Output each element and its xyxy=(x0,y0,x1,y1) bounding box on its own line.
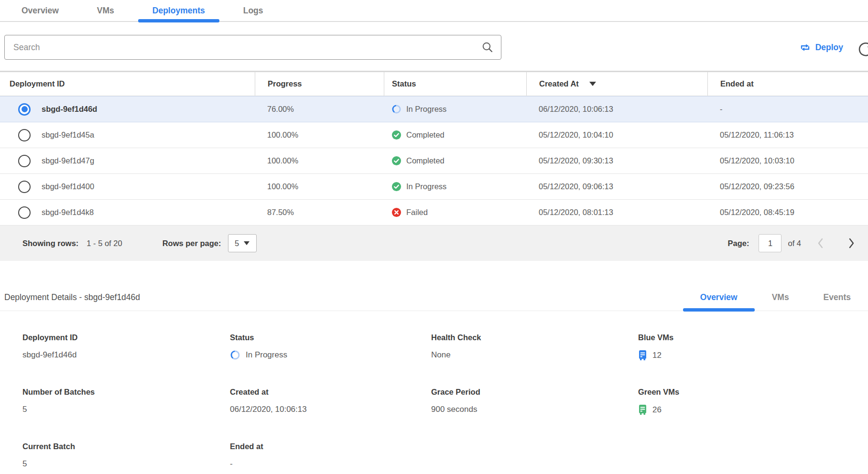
field-blue-vms: Blue VMs 12 xyxy=(638,333,868,361)
ended-at-value: 05/12/2020, 08:45:19 xyxy=(707,208,868,217)
details-title: Deployment Details - sbgd-9ef1d46d xyxy=(4,292,140,302)
search-icon[interactable] xyxy=(481,41,494,54)
created-at-value: 05/12/2020, 09:06:13 xyxy=(526,182,707,191)
toolbar: Deploy xyxy=(0,35,868,60)
page-label: Page: xyxy=(728,239,749,248)
tab-deployments[interactable]: Deployments xyxy=(138,0,219,22)
table-row[interactable]: sbgd-9ef1d47g 100.00% Completed 05/12/20… xyxy=(0,148,868,174)
cross-icon xyxy=(391,207,401,217)
details-grid: Deployment ID sbgd-9ef1d46d Status In Pr… xyxy=(0,311,868,474)
created-at-value: 05/12/2020, 10:04:10 xyxy=(526,130,707,140)
showing-rows-value: 1 - 5 of 20 xyxy=(87,239,122,248)
col-header-deployment-id[interactable]: Deployment ID xyxy=(0,72,255,96)
field-created-at: Created at 06/12/2020, 10:06:13 xyxy=(230,388,431,415)
tab-logs[interactable]: Logs xyxy=(229,0,278,22)
row-radio-selected[interactable] xyxy=(18,103,31,116)
field-grace-period: Grace Period 900 seconds xyxy=(431,388,638,415)
table-header-row: Deployment ID Progress Status Created At… xyxy=(0,72,868,96)
status-label: Failed xyxy=(406,208,428,217)
table-row[interactable]: sbgd-9ef1d45a 100.00% Completed 05/12/20… xyxy=(0,122,868,148)
ended-at-value: 05/12/2020, 11:06:13 xyxy=(707,130,868,140)
vm-icon xyxy=(638,350,647,361)
page-total: of 4 xyxy=(788,239,801,248)
table-footer: Showing rows: 1 - 5 of 20 Rows per page:… xyxy=(0,226,868,261)
details-tab-events[interactable]: Events xyxy=(806,284,868,311)
row-radio[interactable] xyxy=(18,181,31,193)
details-tab-vms[interactable]: VMs xyxy=(755,284,806,311)
row-radio[interactable] xyxy=(18,129,31,141)
swap-arrows-icon xyxy=(800,43,811,52)
check-icon xyxy=(391,156,401,166)
ended-at-value: - xyxy=(707,105,868,114)
main-tab-bar: Overview VMs Deployments Logs xyxy=(0,0,868,22)
details-header: Deployment Details - sbgd-9ef1d46d Overv… xyxy=(0,284,868,311)
progress-value: 100.00% xyxy=(255,182,384,191)
deployment-id: sbgd-9ef1d45a xyxy=(42,130,94,140)
deploy-button-label: Deploy xyxy=(815,43,843,53)
dropdown-arrow-icon xyxy=(244,241,250,245)
field-green-vms: Green VMs 26 xyxy=(638,388,868,415)
col-header-progress[interactable]: Progress xyxy=(255,72,384,96)
deployment-id: sbgd-9ef1d46d xyxy=(42,105,97,114)
field-current-batch: Current Batch 5 xyxy=(22,442,230,469)
col-header-ended-at[interactable]: Ended at xyxy=(707,72,868,96)
table-row[interactable]: sbgd-9ef1d46d 76.00% In Progress 06/12/2… xyxy=(0,96,868,122)
row-radio[interactable] xyxy=(18,155,31,167)
field-ended-at: Ended at - xyxy=(230,442,431,469)
row-radio[interactable] xyxy=(18,206,31,219)
ended-at-value: 05/12/2020, 10:03:10 xyxy=(707,156,868,165)
field-deployment-id: Deployment ID sbgd-9ef1d46d xyxy=(22,333,230,361)
progress-value: 87.50% xyxy=(255,208,384,217)
status-label: Completed xyxy=(406,130,445,140)
table-row[interactable]: sbgd-9ef1d4k8 87.50% Failed 05/12/2020, … xyxy=(0,200,868,226)
sort-desc-icon[interactable] xyxy=(589,82,596,86)
showing-rows-label: Showing rows: xyxy=(22,239,78,248)
deploy-button[interactable]: Deploy xyxy=(800,43,843,53)
refresh-icon[interactable] xyxy=(857,41,868,57)
col-header-status[interactable]: Status xyxy=(384,72,526,96)
status-label: In Progress xyxy=(406,182,446,191)
progress-value: 100.00% xyxy=(255,130,384,140)
check-icon xyxy=(391,182,401,192)
status-label: In Progress xyxy=(406,105,446,114)
table-row[interactable]: sbgd-9ef1d400 100.00% In Progress 05/12/… xyxy=(0,174,868,200)
search-input[interactable] xyxy=(4,35,501,60)
field-status: Status In Progress xyxy=(230,333,431,361)
created-at-value: 06/12/2020, 10:06:13 xyxy=(526,105,707,114)
chevron-right-icon[interactable] xyxy=(848,237,856,249)
details-tab-overview[interactable]: Overview xyxy=(683,284,755,311)
progress-value: 76.00% xyxy=(255,105,384,114)
deployment-id: sbgd-9ef1d400 xyxy=(42,182,94,191)
vm-icon xyxy=(638,404,647,415)
created-at-value: 05/12/2020, 09:30:13 xyxy=(526,156,707,165)
chevron-left-icon[interactable] xyxy=(816,237,824,249)
tab-vms[interactable]: VMs xyxy=(83,0,129,22)
deployment-id: sbgd-9ef1d4k8 xyxy=(42,208,94,217)
deployments-table: Deployment ID Progress Status Created At… xyxy=(0,71,868,261)
deployment-id: sbgd-9ef1d47g xyxy=(42,156,94,165)
status-label: Completed xyxy=(406,156,445,165)
spinner-icon xyxy=(391,104,401,114)
progress-value: 100.00% xyxy=(255,156,384,165)
page-number-input[interactable] xyxy=(759,234,781,252)
col-header-created-at[interactable]: Created At xyxy=(526,72,707,96)
tab-overview[interactable]: Overview xyxy=(7,0,73,22)
created-at-value: 05/12/2020, 08:01:13 xyxy=(526,208,707,217)
rows-per-page-label: Rows per page: xyxy=(163,239,221,248)
field-health-check: Health Check None xyxy=(431,333,638,361)
ended-at-value: 05/12/2020, 09:23:56 xyxy=(707,182,868,191)
check-icon xyxy=(391,130,401,140)
details-tab-bar: Overview VMs Events xyxy=(683,284,868,311)
spinner-icon xyxy=(230,350,240,360)
field-number-of-batches: Number of Batches 5 xyxy=(22,388,230,415)
rows-per-page-select[interactable]: 5 xyxy=(228,234,257,252)
